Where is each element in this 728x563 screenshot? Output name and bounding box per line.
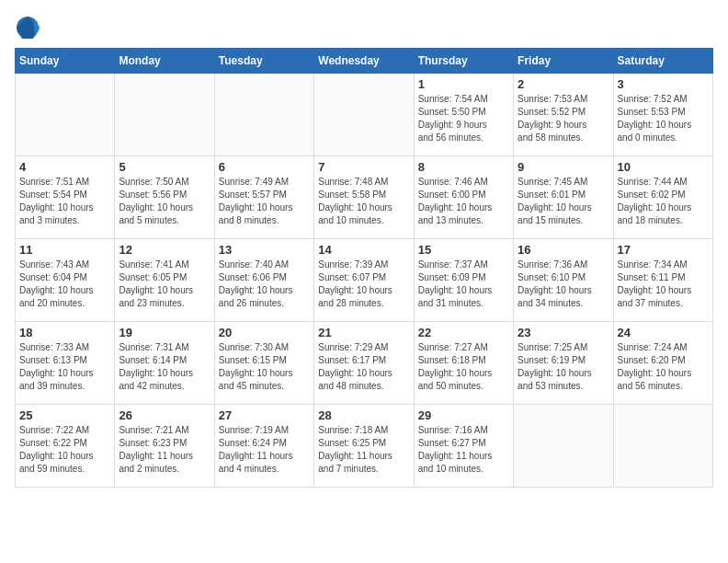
calendar-cell: 21Sunrise: 7:29 AM Sunset: 6:17 PM Dayli… (314, 322, 414, 405)
calendar-cell: 5Sunrise: 7:50 AM Sunset: 5:56 PM Daylig… (115, 156, 214, 239)
day-number: 28 (318, 408, 409, 422)
calendar-cell: 25Sunrise: 7:22 AM Sunset: 6:22 PM Dayli… (16, 405, 115, 488)
day-info: Sunrise: 7:39 AM Sunset: 6:07 PM Dayligh… (318, 259, 409, 310)
header-day: Wednesday (314, 49, 414, 74)
day-info: Sunrise: 7:30 AM Sunset: 6:15 PM Dayligh… (219, 341, 310, 393)
header-day: Thursday (414, 49, 513, 74)
calendar-cell (214, 74, 313, 156)
day-info: Sunrise: 7:45 AM Sunset: 6:01 PM Dayligh… (518, 176, 609, 227)
calendar-cell: 24Sunrise: 7:24 AM Sunset: 6:20 PM Dayli… (613, 322, 712, 405)
calendar-cell: 2Sunrise: 7:53 AM Sunset: 5:52 PM Daylig… (514, 74, 613, 156)
day-info: Sunrise: 7:53 AM Sunset: 5:52 PM Dayligh… (518, 93, 609, 144)
day-number: 5 (119, 160, 210, 174)
day-number: 15 (418, 243, 509, 257)
day-info: Sunrise: 7:33 AM Sunset: 6:13 PM Dayligh… (19, 341, 110, 393)
day-info: Sunrise: 7:51 AM Sunset: 5:54 PM Dayligh… (19, 176, 110, 227)
day-number: 10 (618, 160, 709, 174)
calendar-cell: 22Sunrise: 7:27 AM Sunset: 6:18 PM Dayli… (414, 322, 513, 405)
day-info: Sunrise: 7:36 AM Sunset: 6:10 PM Dayligh… (518, 259, 609, 310)
day-info: Sunrise: 7:41 AM Sunset: 6:05 PM Dayligh… (119, 259, 210, 310)
header-day: Saturday (613, 49, 712, 74)
calendar-cell: 4Sunrise: 7:51 AM Sunset: 5:54 PM Daylig… (16, 156, 115, 239)
calendar-week-row: 11Sunrise: 7:43 AM Sunset: 6:04 PM Dayli… (16, 239, 713, 322)
calendar-cell: 7Sunrise: 7:48 AM Sunset: 5:58 PM Daylig… (314, 156, 414, 239)
calendar-cell: 20Sunrise: 7:30 AM Sunset: 6:15 PM Dayli… (214, 322, 313, 405)
calendar-cell: 11Sunrise: 7:43 AM Sunset: 6:04 PM Dayli… (16, 239, 115, 322)
calendar-cell: 6Sunrise: 7:49 AM Sunset: 5:57 PM Daylig… (214, 156, 313, 239)
logo (15, 15, 44, 40)
calendar-cell: 29Sunrise: 7:16 AM Sunset: 6:27 PM Dayli… (414, 405, 513, 488)
calendar-cell: 3Sunrise: 7:52 AM Sunset: 5:53 PM Daylig… (613, 74, 712, 156)
day-number: 24 (618, 326, 709, 339)
day-info: Sunrise: 7:19 AM Sunset: 6:24 PM Dayligh… (219, 424, 310, 476)
day-number: 19 (119, 326, 210, 339)
day-number: 26 (119, 408, 210, 422)
calendar-cell: 17Sunrise: 7:34 AM Sunset: 6:11 PM Dayli… (613, 239, 712, 322)
calendar-cell (514, 405, 613, 488)
day-info: Sunrise: 7:24 AM Sunset: 6:20 PM Dayligh… (618, 341, 709, 393)
day-number: 22 (418, 326, 509, 339)
header-day: Monday (115, 49, 214, 74)
day-info: Sunrise: 7:22 AM Sunset: 6:22 PM Dayligh… (19, 424, 110, 476)
day-info: Sunrise: 7:27 AM Sunset: 6:18 PM Dayligh… (418, 341, 509, 393)
day-number: 13 (219, 243, 310, 257)
calendar-cell: 27Sunrise: 7:19 AM Sunset: 6:24 PM Dayli… (214, 405, 313, 488)
day-number: 23 (518, 326, 609, 339)
day-number: 25 (19, 408, 110, 422)
calendar-cell: 13Sunrise: 7:40 AM Sunset: 6:06 PM Dayli… (214, 239, 313, 322)
day-info: Sunrise: 7:31 AM Sunset: 6:14 PM Dayligh… (119, 341, 210, 393)
calendar-cell: 8Sunrise: 7:46 AM Sunset: 6:00 PM Daylig… (414, 156, 513, 239)
calendar-cell: 28Sunrise: 7:18 AM Sunset: 6:25 PM Dayli… (314, 405, 414, 488)
day-number: 7 (318, 160, 409, 174)
day-info: Sunrise: 7:37 AM Sunset: 6:09 PM Dayligh… (418, 259, 509, 310)
day-number: 3 (618, 77, 709, 91)
logo-icon (15, 15, 40, 40)
day-number: 6 (219, 160, 310, 174)
calendar-cell: 1Sunrise: 7:54 AM Sunset: 5:50 PM Daylig… (414, 74, 513, 156)
day-number: 1 (418, 77, 509, 91)
day-info: Sunrise: 7:34 AM Sunset: 6:11 PM Dayligh… (618, 259, 709, 310)
calendar-cell: 26Sunrise: 7:21 AM Sunset: 6:23 PM Dayli… (115, 405, 214, 488)
calendar-cell (613, 405, 712, 488)
calendar-cell: 18Sunrise: 7:33 AM Sunset: 6:13 PM Dayli… (16, 322, 115, 405)
day-number: 11 (19, 243, 110, 257)
header-day: Sunday (16, 49, 115, 74)
calendar-table: SundayMondayTuesdayWednesdayThursdayFrid… (15, 48, 713, 488)
day-info: Sunrise: 7:40 AM Sunset: 6:06 PM Dayligh… (219, 259, 310, 310)
day-info: Sunrise: 7:52 AM Sunset: 5:53 PM Dayligh… (618, 93, 709, 144)
day-number: 18 (19, 326, 110, 339)
calendar-week-row: 25Sunrise: 7:22 AM Sunset: 6:22 PM Dayli… (16, 405, 713, 488)
calendar-cell (115, 74, 214, 156)
day-number: 16 (518, 243, 609, 257)
day-info: Sunrise: 7:43 AM Sunset: 6:04 PM Dayligh… (19, 259, 110, 310)
day-info: Sunrise: 7:50 AM Sunset: 5:56 PM Dayligh… (119, 176, 210, 227)
day-info: Sunrise: 7:29 AM Sunset: 6:17 PM Dayligh… (318, 341, 409, 393)
day-number: 29 (418, 408, 509, 422)
day-number: 12 (119, 243, 210, 257)
calendar-cell: 10Sunrise: 7:44 AM Sunset: 6:02 PM Dayli… (613, 156, 712, 239)
header-day: Friday (514, 49, 613, 74)
calendar-cell: 14Sunrise: 7:39 AM Sunset: 6:07 PM Dayli… (314, 239, 414, 322)
day-number: 27 (219, 408, 310, 422)
calendar-header-row: SundayMondayTuesdayWednesdayThursdayFrid… (16, 49, 713, 74)
day-info: Sunrise: 7:44 AM Sunset: 6:02 PM Dayligh… (618, 176, 709, 227)
header-day: Tuesday (214, 49, 313, 74)
day-number: 2 (518, 77, 609, 91)
calendar-cell: 16Sunrise: 7:36 AM Sunset: 6:10 PM Dayli… (514, 239, 613, 322)
day-info: Sunrise: 7:48 AM Sunset: 5:58 PM Dayligh… (318, 176, 409, 227)
day-info: Sunrise: 7:25 AM Sunset: 6:19 PM Dayligh… (518, 341, 609, 393)
calendar-cell (314, 74, 414, 156)
day-number: 8 (418, 160, 509, 174)
calendar-cell: 12Sunrise: 7:41 AM Sunset: 6:05 PM Dayli… (115, 239, 214, 322)
calendar-cell: 9Sunrise: 7:45 AM Sunset: 6:01 PM Daylig… (514, 156, 613, 239)
header (15, 15, 713, 40)
calendar-cell: 23Sunrise: 7:25 AM Sunset: 6:19 PM Dayli… (514, 322, 613, 405)
day-number: 21 (318, 326, 409, 339)
calendar-cell: 15Sunrise: 7:37 AM Sunset: 6:09 PM Dayli… (414, 239, 513, 322)
day-info: Sunrise: 7:21 AM Sunset: 6:23 PM Dayligh… (119, 424, 210, 476)
day-number: 4 (19, 160, 110, 174)
day-info: Sunrise: 7:46 AM Sunset: 6:00 PM Dayligh… (418, 176, 509, 227)
day-info: Sunrise: 7:54 AM Sunset: 5:50 PM Dayligh… (418, 93, 509, 144)
day-number: 9 (518, 160, 609, 174)
day-info: Sunrise: 7:16 AM Sunset: 6:27 PM Dayligh… (418, 424, 509, 476)
